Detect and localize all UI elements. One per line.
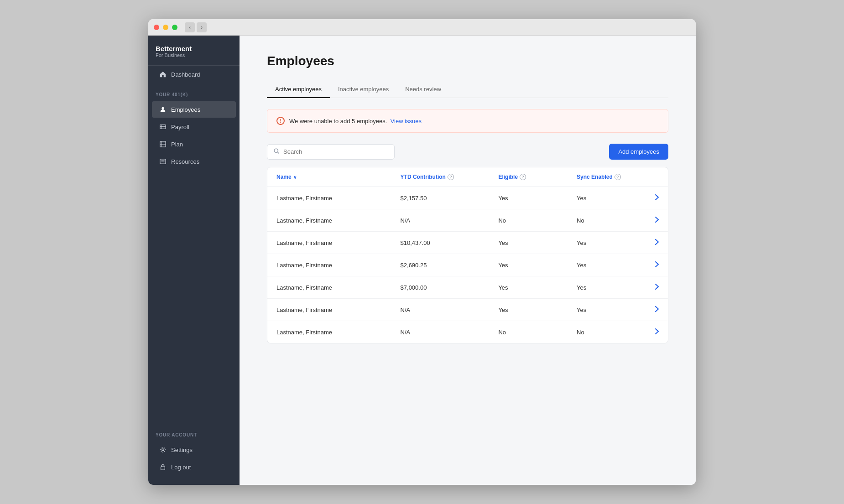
- sidebar-item-plan[interactable]: Plan: [152, 136, 236, 152]
- svg-rect-4: [160, 141, 166, 147]
- plan-label: Plan: [171, 141, 183, 148]
- plan-icon: [159, 140, 167, 148]
- cell-sync-1: No: [568, 209, 646, 232]
- sidebar-logo: Betterment For Business: [148, 36, 240, 66]
- toolbar: Add employees: [267, 144, 668, 160]
- view-issues-link[interactable]: View issues: [391, 118, 422, 125]
- sidebar-item-settings[interactable]: Settings: [152, 442, 236, 458]
- cell-sync-5: Yes: [568, 299, 646, 321]
- cell-eligible-6: No: [489, 321, 568, 343]
- page-title: Employees: [267, 54, 668, 68]
- home-icon: [159, 71, 167, 78]
- col-header-name[interactable]: Name ∨: [267, 167, 391, 187]
- cell-eligible-1: No: [489, 209, 568, 232]
- add-employees-button[interactable]: Add employees: [609, 144, 668, 160]
- alert-text: We were unable to add 5 employees. View …: [289, 118, 422, 125]
- cell-name-3: Lastname, Firstname: [267, 254, 391, 276]
- cell-name-0: Lastname, Firstname: [267, 187, 391, 209]
- cell-ytd-5: N/A: [391, 299, 490, 321]
- sync-help-icon[interactable]: ?: [615, 174, 621, 180]
- dashboard-label: Dashboard: [171, 71, 200, 78]
- search-box[interactable]: [267, 144, 395, 160]
- cell-ytd-3: $2,690.25: [391, 254, 490, 276]
- sort-icon: ∨: [293, 175, 297, 180]
- maximize-button[interactable]: [172, 25, 177, 30]
- employees-label: Employees: [171, 106, 200, 113]
- person-icon: [159, 106, 167, 113]
- resources-icon: [159, 158, 167, 165]
- row-chevron-2[interactable]: [646, 232, 668, 254]
- svg-rect-13: [161, 467, 165, 470]
- col-header-sync: Sync Enabled ?: [568, 167, 646, 187]
- svg-line-15: [278, 152, 279, 153]
- table-row[interactable]: Lastname, Firstname $2,690.25 Yes Yes: [267, 254, 668, 276]
- row-chevron-0[interactable]: [646, 187, 668, 209]
- sidebar-item-resources[interactable]: Resources: [152, 153, 236, 170]
- logo-subtitle: For Business: [156, 52, 232, 58]
- cell-sync-0: Yes: [568, 187, 646, 209]
- logout-label: Log out: [171, 464, 191, 471]
- cell-eligible-0: Yes: [489, 187, 568, 209]
- cell-name-2: Lastname, Firstname: [267, 232, 391, 254]
- close-button[interactable]: [154, 25, 159, 30]
- nav-arrows: ‹ ›: [185, 22, 207, 32]
- lock-icon: [159, 463, 167, 471]
- table-row[interactable]: Lastname, Firstname N/A No No: [267, 209, 668, 232]
- cell-ytd-2: $10,437.00: [391, 232, 490, 254]
- tabs-container: Active employees Inactive employees Need…: [267, 81, 668, 98]
- resources-label: Resources: [171, 158, 199, 165]
- search-icon: [274, 148, 280, 156]
- cell-ytd-1: N/A: [391, 209, 490, 232]
- svg-point-14: [274, 149, 278, 152]
- tab-needs-review[interactable]: Needs review: [397, 81, 449, 98]
- row-chevron-3[interactable]: [646, 254, 668, 276]
- svg-rect-1: [160, 125, 166, 129]
- browser-titlebar: ‹ ›: [148, 19, 696, 36]
- cell-name-4: Lastname, Firstname: [267, 276, 391, 299]
- back-button[interactable]: ‹: [185, 22, 195, 32]
- sidebar-item-logout[interactable]: Log out: [152, 459, 236, 475]
- row-chevron-1[interactable]: [646, 209, 668, 232]
- cell-sync-3: Yes: [568, 254, 646, 276]
- sidebar-item-employees[interactable]: Employees: [152, 101, 236, 118]
- row-chevron-5[interactable]: [646, 299, 668, 321]
- table-row[interactable]: Lastname, Firstname N/A No No: [267, 321, 668, 343]
- settings-icon: [159, 446, 167, 453]
- col-header-ytd: YTD Contribution ?: [391, 167, 490, 187]
- sidebar-item-dashboard[interactable]: Dashboard: [152, 66, 236, 83]
- ytd-help-icon[interactable]: ?: [448, 174, 454, 180]
- employees-table: Name ∨ YTD Contribution ?: [267, 167, 668, 343]
- cell-sync-2: Yes: [568, 232, 646, 254]
- svg-point-12: [162, 449, 164, 451]
- row-chevron-6[interactable]: [646, 321, 668, 343]
- eligible-help-icon[interactable]: ?: [520, 174, 526, 180]
- minimize-button[interactable]: [163, 25, 168, 30]
- table-row[interactable]: Lastname, Firstname $7,000.00 Yes Yes: [267, 276, 668, 299]
- table-row[interactable]: Lastname, Firstname $2,157.50 Yes Yes: [267, 187, 668, 209]
- cell-ytd-0: $2,157.50: [391, 187, 490, 209]
- forward-button[interactable]: ›: [197, 22, 207, 32]
- table-row[interactable]: Lastname, Firstname $10,437.00 Yes Yes: [267, 232, 668, 254]
- cell-name-5: Lastname, Firstname: [267, 299, 391, 321]
- logo-title: Betterment: [156, 45, 232, 52]
- row-chevron-4[interactable]: [646, 276, 668, 299]
- cell-ytd-4: $7,000.00: [391, 276, 490, 299]
- col-header-eligible: Eligible ?: [489, 167, 568, 187]
- table-row[interactable]: Lastname, Firstname N/A Yes Yes: [267, 299, 668, 321]
- app-container: Betterment For Business Dashboard YOUR 4…: [148, 36, 696, 485]
- cell-eligible-3: Yes: [489, 254, 568, 276]
- cell-name-6: Lastname, Firstname: [267, 321, 391, 343]
- tab-inactive-employees[interactable]: Inactive employees: [330, 81, 397, 98]
- cell-ytd-6: N/A: [391, 321, 490, 343]
- cell-name-1: Lastname, Firstname: [267, 209, 391, 232]
- sidebar-item-payroll[interactable]: Payroll: [152, 119, 236, 135]
- payroll-label: Payroll: [171, 124, 189, 130]
- alert-banner: ! We were unable to add 5 employees. Vie…: [267, 109, 668, 133]
- payroll-icon: [159, 123, 167, 130]
- col-header-arrow: [646, 167, 668, 187]
- sidebar-spacer: [148, 170, 240, 423]
- cell-eligible-5: Yes: [489, 299, 568, 321]
- tab-active-employees[interactable]: Active employees: [267, 81, 330, 98]
- search-input[interactable]: [283, 148, 388, 155]
- cell-sync-4: Yes: [568, 276, 646, 299]
